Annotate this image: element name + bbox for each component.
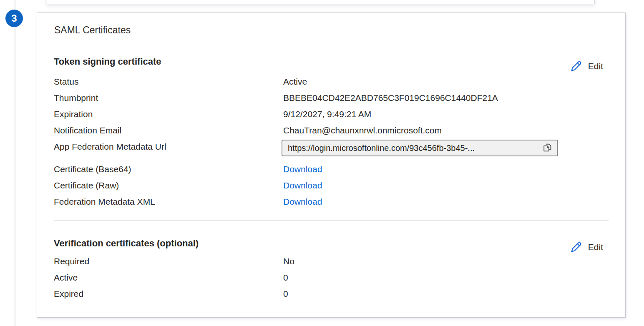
row-label: Expired (54, 288, 283, 299)
step-number-badge: 3 (5, 10, 23, 27)
expired-count-value: 0 (283, 288, 609, 299)
row-label: Certificate (Base64) (54, 163, 283, 175)
row-label: App Federation Metadata Url (54, 141, 283, 152)
edit-button-label: Edit (588, 61, 603, 71)
previous-card-edge (47, 0, 595, 4)
cert-row-notification-email: Notification Email ChauTran@chaunxnrwl.o… (54, 125, 609, 136)
row-label: Certificate (Raw) (54, 180, 283, 191)
verification-row-required: Required No (54, 256, 609, 267)
required-value: No (283, 256, 609, 267)
row-label: Active (54, 272, 283, 283)
pencil-icon (569, 241, 583, 254)
edit-token-signing-certificate-button[interactable]: Edit (569, 60, 603, 73)
status-value: Active (283, 76, 609, 87)
app-federation-metadata-url-field[interactable]: https://login.microsoftonline.com/93c456… (282, 140, 558, 156)
step-connector-line (15, 0, 15, 326)
thumbprint-value: BBEBE04CD42E2ABD765C3F019C1696C1440DF21A (283, 92, 609, 103)
verification-certificates-heading: Verification certificates (optional) (54, 238, 199, 249)
cert-row-status: Status Active (54, 76, 609, 87)
step-number: 3 (11, 13, 17, 24)
download-raw-link[interactable]: Download (283, 181, 322, 190)
expiration-value: 9/12/2027, 9:49:21 AM (283, 108, 609, 120)
active-count-value: 0 (283, 272, 609, 283)
copy-url-button[interactable] (542, 142, 553, 154)
saml-sso-setup-section: 3 SAML Certificates Token signing certif… (0, 0, 644, 326)
edit-button-label: Edit (588, 242, 603, 252)
row-label: Required (54, 256, 283, 267)
download-base64-link[interactable]: Download (283, 164, 322, 174)
download-row-base64: Certificate (Base64) Download (54, 163, 609, 175)
section-divider (54, 220, 609, 221)
notification-email-value: ChauTran@chaunxnrwl.onmicrosoft.com (283, 125, 609, 136)
metadata-url-text: https://login.microsoftonline.com/93c456… (288, 143, 538, 153)
pencil-icon (569, 60, 583, 73)
token-signing-certificate-heading: Token signing certificate (54, 56, 161, 67)
download-federation-metadata-link[interactable]: Download (283, 197, 322, 206)
verification-row-active: Active 0 (54, 272, 609, 283)
download-row-raw: Certificate (Raw) Download (54, 180, 609, 191)
row-label: Federation Metadata XML (54, 196, 283, 207)
cert-row-thumbprint: Thumbprint BBEBE04CD42E2ABD765C3F019C169… (54, 92, 609, 103)
download-row-federation-metadata: Federation Metadata XML Download (54, 196, 609, 207)
verification-row-expired: Expired 0 (54, 288, 609, 299)
saml-certificates-card: SAML Certificates Token signing certific… (37, 13, 626, 318)
row-label: Status (54, 76, 283, 87)
card-title: SAML Certificates (54, 25, 131, 36)
row-label: Notification Email (54, 125, 283, 136)
row-label: Expiration (54, 108, 283, 120)
row-label: Thumbprint (54, 92, 283, 103)
copy-icon (542, 142, 553, 154)
edit-verification-certificates-button[interactable]: Edit (569, 241, 603, 254)
cert-row-expiration: Expiration 9/12/2027, 9:49:21 AM (54, 108, 609, 120)
